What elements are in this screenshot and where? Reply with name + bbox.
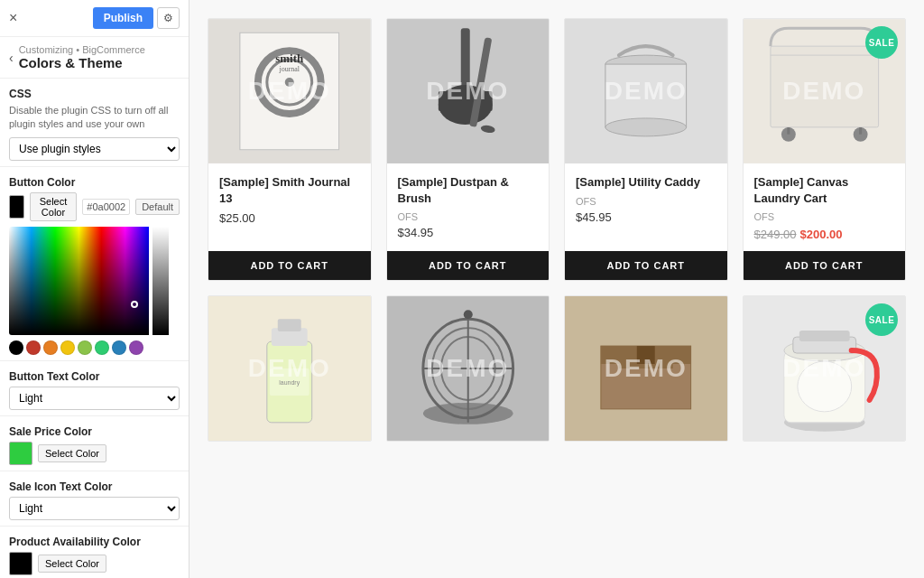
css-label: CSS bbox=[9, 88, 180, 100]
svg-rect-16 bbox=[605, 64, 687, 127]
product-image-3: DEMO bbox=[565, 19, 727, 163]
button-color-section: Button Color Select Color #0a0002 Defaul… bbox=[0, 167, 189, 361]
product-info-2: [Sample] Dustpan & BrushOFS$34.95 bbox=[387, 163, 550, 251]
color-picker[interactable] bbox=[9, 227, 180, 335]
product-name-1: [Sample] Smith Journal 13 bbox=[219, 174, 360, 206]
sale-price-color-section: Sale Price Color Select Color bbox=[0, 416, 189, 471]
add-to-cart-button-2[interactable]: ADD TO CART bbox=[387, 251, 550, 280]
add-to-cart-button-4[interactable]: ADD TO CART bbox=[744, 251, 906, 280]
svg-point-50 bbox=[797, 361, 851, 412]
sale-price-select-btn[interactable]: Select Color bbox=[38, 444, 106, 462]
color-gradient[interactable] bbox=[9, 227, 149, 335]
sale-icon-text-color-section: Sale Icon Text Color Light Dark bbox=[0, 471, 189, 527]
close-button[interactable]: × bbox=[9, 10, 17, 26]
page-title: Colors & Theme bbox=[19, 55, 145, 70]
sale-icon-text-color-label: Sale Icon Text Color bbox=[9, 480, 180, 493]
button-text-color-label: Button Text Color bbox=[9, 370, 180, 383]
product-card-5: laundry DEMO bbox=[208, 295, 372, 442]
sale-badge-8: SALE bbox=[865, 303, 898, 336]
product-ofs-2: OFS bbox=[398, 211, 539, 222]
color-slider-vertical[interactable] bbox=[152, 227, 169, 335]
swatch-purple[interactable] bbox=[129, 340, 143, 355]
svg-rect-19 bbox=[770, 46, 878, 127]
product-info-3: [Sample] Utility CaddyOFS$45.95 bbox=[565, 163, 727, 251]
panel-header-left: × bbox=[9, 10, 17, 26]
gear-button[interactable]: ⚙ bbox=[157, 7, 180, 29]
button-text-color-select[interactable]: Light Dark bbox=[9, 387, 180, 410]
svg-point-38 bbox=[463, 310, 472, 319]
product-price-row-4: $249.00$200.00 bbox=[754, 226, 895, 242]
add-to-cart-button-1[interactable]: ADD TO CART bbox=[208, 251, 371, 280]
button-text-color-section: Button Text Color Light Dark bbox=[0, 361, 189, 416]
sale-price-swatch[interactable] bbox=[9, 442, 32, 465]
css-desc: Disable the plugin CSS to turn off all p… bbox=[9, 104, 180, 132]
product-image-2: DEMO bbox=[387, 19, 550, 163]
button-default-btn[interactable]: Default bbox=[135, 199, 180, 215]
svg-rect-42 bbox=[637, 346, 655, 364]
product-name-3: [Sample] Utility Caddy bbox=[576, 174, 716, 191]
product-price-2: $34.95 bbox=[398, 226, 539, 239]
product-availability-color-row: Select Color bbox=[9, 552, 180, 575]
svg-point-17 bbox=[605, 118, 687, 136]
product-availability-swatch[interactable] bbox=[9, 552, 32, 575]
product-image-1: smith journal DEMO bbox=[208, 19, 371, 163]
sale-badge-4: SALE bbox=[865, 26, 898, 59]
product-ofs-4: OFS bbox=[754, 211, 895, 222]
svg-text:smith: smith bbox=[275, 51, 304, 65]
products-grid: smith journal DEMO[Sample] Smith Journal… bbox=[208, 18, 906, 442]
product-image-8: DEMOSALE bbox=[744, 296, 906, 441]
swatch-lime[interactable] bbox=[78, 340, 92, 355]
product-ofs-3: OFS bbox=[576, 196, 716, 207]
swatch-black[interactable] bbox=[9, 340, 23, 355]
left-panel: × Publish ⚙ ‹ Customizing • BigCommerce … bbox=[0, 0, 189, 578]
sale-price-color-row: Select Color bbox=[9, 442, 180, 465]
button-color-label: Button Color bbox=[9, 176, 180, 189]
product-price-1: $25.00 bbox=[219, 211, 360, 225]
product-name-4: [Sample] Canvas Laundry Cart bbox=[754, 174, 895, 206]
add-to-cart-button-3[interactable]: ADD TO CART bbox=[565, 251, 727, 280]
header-actions: Publish ⚙ bbox=[93, 7, 180, 29]
product-card-1: smith journal DEMO[Sample] Smith Journal… bbox=[208, 18, 372, 281]
button-select-color-btn[interactable]: Select Color bbox=[30, 192, 78, 221]
product-availability-select-btn[interactable]: Select Color bbox=[38, 555, 106, 573]
swatch-red[interactable] bbox=[26, 340, 41, 355]
svg-rect-49 bbox=[799, 331, 849, 341]
swatch-blue[interactable] bbox=[112, 340, 126, 355]
product-card-2: DEMO[Sample] Dustpan & BrushOFS$34.95ADD… bbox=[386, 18, 550, 281]
product-image-5: laundry DEMO bbox=[208, 296, 371, 441]
svg-rect-11 bbox=[438, 91, 492, 111]
css-select[interactable]: Use plugin styles bbox=[9, 137, 180, 161]
back-button[interactable]: ‹ bbox=[9, 51, 14, 65]
picker-handle bbox=[131, 301, 138, 308]
svg-rect-43 bbox=[619, 364, 673, 368]
product-card-4: DEMOSALE[Sample] Canvas Laundry CartOFS$… bbox=[743, 18, 907, 281]
product-image-6: DEMO bbox=[387, 296, 550, 441]
css-section: CSS Disable the plugin CSS to turn off a… bbox=[0, 79, 189, 167]
main-area: smith journal DEMO[Sample] Smith Journal… bbox=[189, 0, 924, 578]
sale-icon-text-color-select[interactable]: Light Dark bbox=[9, 497, 180, 520]
product-card-3: DEMO[Sample] Utility CaddyOFS$45.95ADD T… bbox=[564, 18, 728, 281]
sale-price-color-label: Sale Price Color bbox=[9, 425, 180, 438]
product-card-8: DEMOSALE bbox=[743, 295, 907, 442]
panel-header: × Publish ⚙ bbox=[0, 0, 189, 37]
product-info-4: [Sample] Canvas Laundry CartOFS$249.00$2… bbox=[744, 163, 906, 251]
breadcrumb: Customizing • BigCommerce bbox=[19, 44, 145, 55]
product-card-7: DEMO bbox=[564, 295, 728, 442]
svg-point-5 bbox=[285, 78, 294, 87]
product-availability-color-section: Product Availability Color Select Color bbox=[0, 527, 189, 578]
button-color-row: Select Color #0a0002 Default bbox=[9, 192, 180, 221]
publish-button[interactable]: Publish bbox=[93, 7, 153, 29]
swatch-orange[interactable] bbox=[43, 340, 58, 355]
product-sale-price-4: $200.00 bbox=[800, 228, 843, 241]
product-name-2: [Sample] Dustpan & Brush bbox=[398, 174, 539, 206]
product-image-7: DEMO bbox=[565, 296, 727, 441]
button-color-swatch[interactable] bbox=[9, 195, 24, 219]
swatch-green[interactable] bbox=[95, 340, 109, 355]
product-original-price-4: $249.00 bbox=[754, 228, 797, 241]
product-info-1: [Sample] Smith Journal 13$25.00 bbox=[208, 163, 371, 251]
button-color-hex: #0a0002 bbox=[82, 199, 130, 215]
product-image-4: DEMOSALE bbox=[744, 19, 906, 163]
product-availability-color-label: Product Availability Color bbox=[9, 536, 180, 548]
swatch-yellow[interactable] bbox=[60, 340, 75, 355]
product-card-6: DEMO bbox=[386, 295, 550, 442]
